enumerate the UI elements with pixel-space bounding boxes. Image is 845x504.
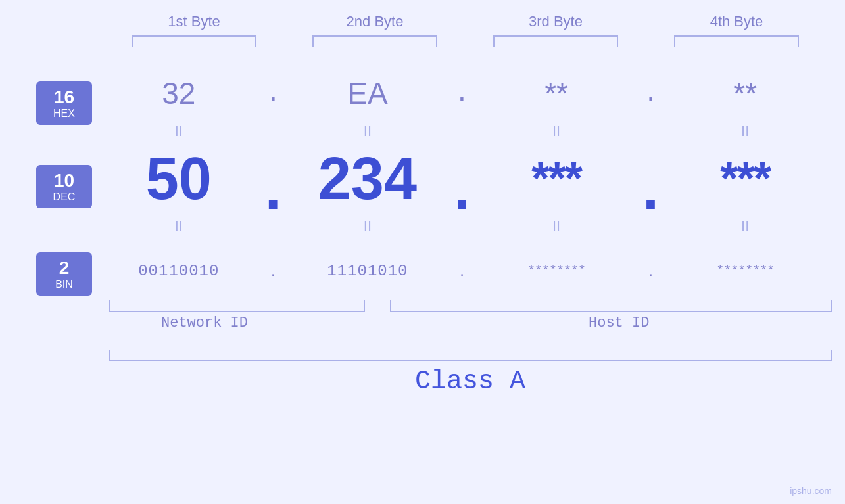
byte-headers: 1st Byte 2nd Byte 3rd Byte 4th Byte xyxy=(104,13,827,30)
class-bracket xyxy=(109,350,832,361)
hex-dot1: . xyxy=(263,72,283,108)
hex-byte2: EA xyxy=(295,76,440,111)
eq1-b3: II xyxy=(484,123,629,140)
eq1-b2: II xyxy=(295,123,440,140)
hex-byte1: 32 xyxy=(107,76,251,111)
bracket-top-1 xyxy=(132,35,256,47)
dec-dot3: . xyxy=(641,155,661,223)
bin-byte2: 11101010 xyxy=(295,262,440,280)
hex-dot2: . xyxy=(452,72,471,108)
dec-dot2: . xyxy=(452,155,471,223)
hex-badge: 16 HEX xyxy=(36,81,92,125)
dec-row: 50 . 234 . *** . *** xyxy=(101,143,824,215)
network-id-label: Network ID xyxy=(161,315,248,331)
hex-row: 32 . EA . ** . ** xyxy=(101,67,824,120)
bin-dot3: . xyxy=(641,262,661,280)
equals-row-2: II II II II xyxy=(101,215,824,238)
class-section: Class A xyxy=(109,350,832,396)
bin-dot1: . xyxy=(263,262,283,280)
watermark: ipshu.com xyxy=(790,486,832,496)
dec-badge-label: DEC xyxy=(44,191,84,203)
bin-byte3: ******** xyxy=(484,263,629,279)
bin-badge-num: 2 xyxy=(44,258,84,279)
dec-byte1: 50 xyxy=(107,145,251,213)
eq2-b4: II xyxy=(673,218,817,235)
dec-dot1: . xyxy=(263,155,283,223)
bracket-top-3 xyxy=(493,35,618,47)
dec-badge: 10 DEC xyxy=(36,165,92,208)
bracket-top-4 xyxy=(674,35,799,47)
byte3-header: 3rd Byte xyxy=(483,13,628,30)
bracket-top-2 xyxy=(312,35,437,47)
eq1-b1: II xyxy=(107,123,251,140)
class-label: Class A xyxy=(109,367,832,396)
badges-column: 16 HEX 10 DEC 2 BIN xyxy=(35,67,94,297)
bin-byte1: 00110010 xyxy=(107,262,251,280)
byte4-header: 4th Byte xyxy=(664,13,809,30)
dec-byte2: 234 xyxy=(295,145,440,213)
hex-badge-num: 16 xyxy=(44,87,84,108)
host-bracket xyxy=(390,300,832,312)
equals-row-1: II II II II xyxy=(101,120,824,143)
main-container: 1st Byte 2nd Byte 3rd Byte 4th Byte 16 H… xyxy=(0,0,845,504)
hex-byte4: ** xyxy=(673,76,817,111)
bin-row: 00110010 . 11101010 . ******** . *******… xyxy=(101,244,824,297)
bottom-brackets-area: Network ID Host ID xyxy=(109,300,832,346)
top-brackets xyxy=(104,35,827,47)
byte2-header: 2nd Byte xyxy=(302,13,447,30)
hex-byte3: ** xyxy=(484,76,629,111)
eq2-b1: II xyxy=(107,218,251,235)
host-id-label: Host ID xyxy=(589,315,649,331)
bin-dot2: . xyxy=(452,262,471,280)
byte1-header: 1st Byte xyxy=(122,13,266,30)
bin-byte4: ******** xyxy=(673,263,817,279)
dec-byte4: *** xyxy=(673,152,817,205)
bin-badge-label: BIN xyxy=(44,279,84,290)
bin-badge: 2 BIN xyxy=(36,252,92,296)
eq2-b2: II xyxy=(295,218,440,235)
eq1-b4: II xyxy=(673,123,817,140)
main-data-area: 16 HEX 10 DEC 2 BIN 32 . xyxy=(35,67,824,297)
rows-column: 32 . EA . ** . ** II II II II 50 xyxy=(94,67,824,297)
dec-badge-num: 10 xyxy=(44,170,84,191)
network-bracket xyxy=(109,300,365,312)
dec-byte3: *** xyxy=(484,152,629,205)
eq2-b3: II xyxy=(484,218,629,235)
hex-dot3: . xyxy=(641,72,661,108)
hex-badge-label: HEX xyxy=(44,108,84,120)
